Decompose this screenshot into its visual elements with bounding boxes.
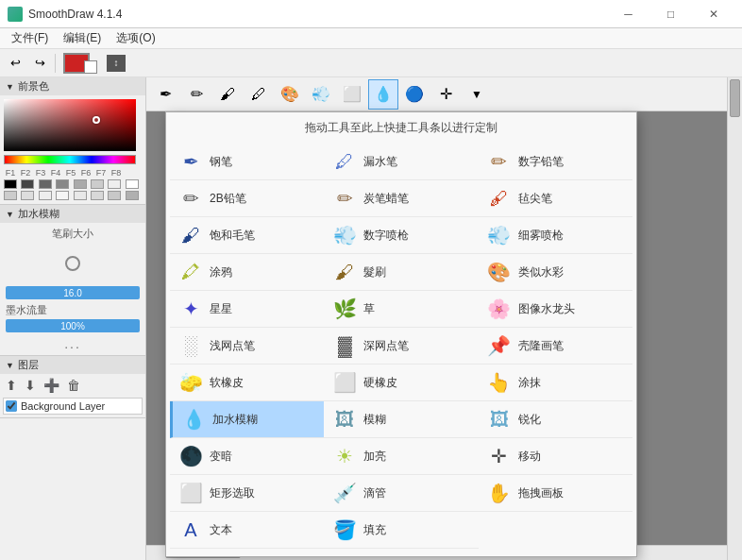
tool-brush-button[interactable]: 🖌 [212,79,243,110]
maximize-button[interactable]: □ [649,0,692,28]
tool-brush2-button[interactable]: 🖊 [244,79,274,110]
more-options[interactable]: ... [6,336,140,351]
tool-entry-拖拽画板[interactable]: ✋拖拽画板 [479,475,632,512]
swatch-white[interactable] [126,179,139,189]
tool-entry-漏水笔[interactable]: 🖊漏水笔 [324,144,478,180]
brush-size-slider[interactable]: 16.0 [6,286,140,299]
tool-name-深网点笔: 深网点笔 [363,338,409,354]
layer-delete-button[interactable]: 🗑 [64,377,83,394]
tool-entry-软橡皮[interactable]: 🧽软橡皮 [170,365,324,401]
color-gradient-canvas[interactable] [4,99,136,151]
menu-options[interactable]: 选项(O) [109,28,162,48]
swatch-c5[interactable] [74,191,87,200]
layer-visibility-checkbox[interactable] [6,400,17,412]
tool-entry-矩形选取[interactable]: ⬜矩形选取 [170,475,324,512]
brush-size-visual [6,245,140,282]
tool-shortcut-icon: ↕ [107,55,126,72]
layer-add-button[interactable]: ➕ [41,377,62,394]
layers-section: ▼ 图层 ⬆ ⬇ ➕ 🗑 Background Layer [0,356,145,418]
tool-entry-毡尖笔[interactable]: 🖋毡尖笔 [479,180,632,217]
tool-entry-涂抹[interactable]: 👆涂抹 [479,365,632,401]
tool-entry-浅网点笔[interactable]: ░浅网点笔 [170,328,324,365]
tool-entry-饱和毛笔[interactable]: 🖌饱和毛笔 [170,217,324,254]
foreground-header[interactable]: ▼ 前景色 [0,77,145,95]
menu-edit[interactable]: 编辑(E) [56,28,109,48]
tool-entry-炭笔蜡笔[interactable]: ✏炭笔蜡笔 [324,180,478,217]
canvas-area: ✒ ✏ 🖌 🖊 🎨 💨 ⬜ 💧 🔵 ✛ ▼ 拖动工具至此上快捷工具条以进行定制 … [146,77,742,560]
swatch-dark5[interactable] [91,179,104,189]
tool-water-button[interactable]: 💧 [368,79,398,110]
tool-entry-填充[interactable]: 🪣填充 [324,512,478,549]
swatch-c6[interactable] [91,191,104,200]
swatch-c2[interactable] [21,191,34,200]
vertical-scroll-thumb[interactable] [730,79,740,117]
tool-pencil-button[interactable]: ✏ [181,79,211,110]
swatch-c1[interactable] [4,191,17,200]
tool-entry-变暗[interactable]: 🌑变暗 [170,438,324,475]
swatch-c3[interactable] [39,191,52,200]
tool-entry-数字喷枪[interactable]: 💨数字喷枪 [324,217,478,254]
background-color-preview[interactable] [84,60,97,74]
swatch-dark6[interactable] [108,179,121,189]
tool-name-涂鸦: 涂鸦 [210,264,232,280]
redo-button[interactable]: ↪ [28,52,51,75]
undo-button[interactable]: ↩ [4,52,26,75]
swatch-c7[interactable] [108,191,121,200]
tool-pen-button[interactable]: ✒ [150,79,180,110]
tool-icon-移动: ✛ [486,443,513,469]
tool-eraser-button[interactable]: ⬜ [337,79,367,110]
tool-entry-细雾喷枪[interactable]: 💨细雾喷枪 [479,217,632,254]
tool-move-button[interactable]: ✛ [430,79,461,110]
preset-label-f5: F5 [64,168,77,178]
swatch-dark3[interactable] [56,179,69,189]
tool-entry-硬橡皮[interactable]: ⬜硬橡皮 [324,365,478,401]
brush-size-label: 笔刷大小 [6,227,140,241]
tool-entry-加亮[interactable]: ☀加亮 [324,438,478,475]
minimize-button[interactable]: ─ [607,0,649,28]
swatch-dark2[interactable] [39,179,52,189]
menu-file[interactable]: 文件(F) [4,28,56,48]
tool-entry-类似水彩[interactable]: 🎨类似水彩 [479,254,632,291]
brush-size-bar[interactable]: 16.0 [6,286,140,299]
brush-size-value: 16.0 [63,288,81,298]
layer-move-up-button[interactable]: ⬆ [3,377,20,394]
tool-entry-滴管[interactable]: 💉滴管 [324,475,478,512]
tool-entry-模糊[interactable]: 🖼模糊 [324,401,478,438]
swatch-dark4[interactable] [74,179,87,189]
swatch-c8[interactable] [126,191,139,200]
tool-blur-button[interactable]: 🔵 [399,79,430,110]
swatch-dark1[interactable] [21,179,34,189]
tool-entry-草[interactable]: 🌿草 [324,291,478,328]
toolbar-expand-button[interactable]: ▼ [462,79,492,110]
layer-background[interactable]: Background Layer [3,398,143,415]
tool-entry-数字铅笔[interactable]: ✏数字铅笔 [479,144,632,180]
window-title: SmoothDraw 4.1.4 [28,8,607,21]
brush-circle[interactable] [54,245,92,282]
tool-entry-移动[interactable]: ✛移动 [479,438,632,475]
layers-header[interactable]: ▼ 图层 [0,356,145,374]
tool-entry-深网点笔[interactable]: ▓深网点笔 [324,328,478,365]
close-button[interactable]: ✕ [692,0,734,28]
tool-entry-壳隆画笔[interactable]: 📌壳隆画笔 [479,328,632,365]
tool-entry-钢笔[interactable]: ✒钢笔 [170,144,324,180]
ink-flow-slider[interactable]: 100% [6,319,140,332]
swatch-c4[interactable] [56,191,69,200]
tool-entry-锐化[interactable]: 🖼锐化 [479,401,632,438]
tool-icon-深网点笔: ▓ [331,332,358,359]
tool-entry-髮刷[interactable]: 🖌髮刷 [324,254,478,291]
vertical-scrollbar[interactable] [727,77,742,560]
swatch-black[interactable] [4,179,17,189]
tool-entry-涂鸦[interactable]: 🖍涂鸦 [170,254,324,291]
layer-move-down-button[interactable]: ⬇ [22,377,39,394]
brush-section: ▼ 加水模糊 笔刷大小 16.0 墨水流量 100 [0,205,145,356]
brush-header[interactable]: ▼ 加水模糊 [0,205,145,223]
tool-entry-星星[interactable]: ✦星星 [170,291,324,328]
tool-entry-加水模糊[interactable]: 💧加水模糊 [170,401,324,438]
tool-entry-图像水龙头[interactable]: 🌸图像水龙头 [479,291,632,328]
ink-flow-bar[interactable]: 100% [6,319,140,332]
tool-entry-文本[interactable]: A文本 [170,512,324,549]
tool-spray-button[interactable]: 💨 [306,79,336,110]
tool-entry-2B铅笔[interactable]: ✏2B铅笔 [170,180,324,217]
hue-slider[interactable] [4,155,136,164]
tool-paint-button[interactable]: 🎨 [275,79,305,110]
